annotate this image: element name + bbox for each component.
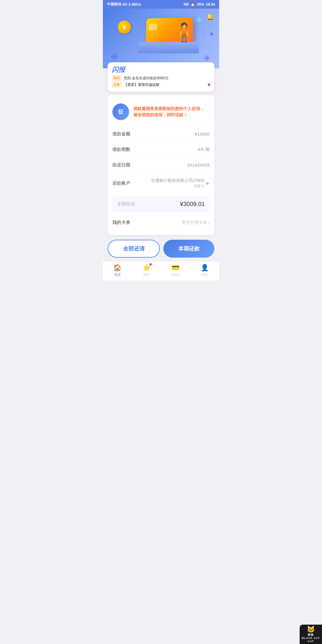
nav-label-profile: 我的 [201,273,208,277]
signal-label: 4G [123,2,127,7]
hd-label: HD [184,2,189,7]
carrier-label: 中国移动 [107,2,121,7]
news-tag-kuaixun: 快讯 [112,75,121,81]
time-label: 18:44 [206,2,215,7]
account-text: 交通银行股份有限公司(7685) 储蓄卡 [151,178,205,188]
periods-value: 4/6 期 [198,147,210,152]
due-date-label: 应还日期 [112,162,130,168]
due-label: 本期应还 [117,201,135,207]
status-bar: 中国移动 4G 2.46K/s HD ⏰ 35% 18:44 [103,0,219,9]
speed-label: 2.46K/s [129,2,141,7]
shield-icon-wrap: 征 [112,103,129,120]
action-buttons: 全部还清 本期还款 [108,240,214,258]
diamond-deco-2 [210,32,214,36]
loan-periods-row: 借款期数 4/6 期 [112,142,210,157]
recommend-badge-dot [149,263,152,266]
account-value-wrap: 交通银行股份有限公司(7685) 储蓄卡 ▶ [151,178,210,188]
home-icon: 🏠 [113,264,121,272]
amount-value: ¥15000 [195,131,210,137]
diamond-deco-3 [111,53,118,60]
warning-banner: 征 借款逾期将直接影响到您的个人征信，请珍惜您的信用，按时还款！ [112,100,210,124]
hero-illustration: ¥ 🧍 ◈ [103,9,219,68]
news-logo: 闪报 [112,65,210,74]
status-right: HD ⏰ 35% 18:44 [184,2,215,7]
due-date-value: 2019/09/28 [187,162,210,168]
bell-icon[interactable]: 🔔 [206,13,214,21]
news-card: 闪报 快讯 贵阳 金先生成功收款9000元 公告 【重要】重要防骗提醒 [108,62,214,92]
bottom-nav: 🏠 首页 ⭐ 推荐 💳 信用卡 👤 我的 [103,261,219,281]
coupon-row[interactable]: 我的卡券 暂无可用卡券 › [112,215,210,230]
main-card: 征 借款逾期将直接影响到您的个人征信，请珍惜您的信用，按时还款！ 借款金额 ¥1… [108,95,214,235]
periods-label: 借款期数 [112,147,130,152]
coupon-label: 我的卡券 [112,220,130,225]
profile-icon: 👤 [201,264,209,272]
news-row-1[interactable]: 快讯 贵阳 金先生成功收款9000元 [112,75,210,81]
shield-text: 征 [118,108,123,115]
coupon-value-wrap: 暂无可用卡券 › [182,220,210,225]
clear-all-button[interactable]: 全部还清 [108,240,160,258]
due-date-row: 应还日期 2019/09/28 [112,157,210,173]
unread-dot [208,83,210,86]
nav-label-recommend: 推荐 [143,273,150,277]
nav-label-home: 首页 [114,273,121,277]
alarm-icon: ⏰ [191,2,195,7]
coupon-value: 暂无可用卡券 [182,220,207,225]
news-text-1: 贵阳 金先生成功收款9000元 [124,76,210,81]
diamond-deco-1 [196,17,202,23]
nav-label-creditcard: 信用卡 [171,273,180,277]
card-platform [137,42,199,53]
nav-item-profile[interactable]: 👤 我的 [190,264,219,277]
account-label: 还款账户 [112,180,130,186]
due-value: ¥3009.01 [180,201,205,208]
nav-badge-recommend: ⭐ [143,264,151,272]
due-box: 本期应还 ¥3009.01 [112,196,210,212]
battery-label: 35% [197,2,204,7]
amount-label: 借款金额 [112,131,130,137]
loan-amount-row: 借款金额 ¥15000 [112,126,210,142]
news-row-2[interactable]: 公告 【重要】重要防骗提醒 [112,82,210,87]
status-left: 中国移动 4G 2.46K/s [107,2,141,7]
account-row[interactable]: 还款账户 交通银行股份有限公司(7685) 储蓄卡 ▶ [112,173,210,193]
news-text-2: 【重要】重要防骗提醒 [124,82,205,87]
nav-item-home[interactable]: 🏠 首页 [103,264,132,277]
eth-symbol: ◈ [204,52,210,62]
coupon-arrow-icon: › [208,220,210,225]
account-chevron: ▶ [206,181,210,185]
account-sub: 储蓄卡 [151,184,205,189]
nav-item-creditcard[interactable]: 💳 信用卡 [161,264,190,277]
news-tag-gonggao: 公告 [112,82,121,87]
account-main: 交通银行股份有限公司(7685) [151,178,205,184]
hero-banner: ¥ 🧍 ◈ 🔔 [103,9,219,68]
person-figure: 🧍 [173,24,195,41]
coin-icon: ¥ [118,21,131,34]
pay-now-button[interactable]: 本期还款 [163,240,214,258]
creditcard-icon: 💳 [171,264,179,272]
nav-item-recommend[interactable]: ⭐ 推荐 [132,264,161,277]
warning-text: 借款逾期将直接影响到您的个人征信，请珍惜您的信用，按时还款！ [133,106,204,118]
